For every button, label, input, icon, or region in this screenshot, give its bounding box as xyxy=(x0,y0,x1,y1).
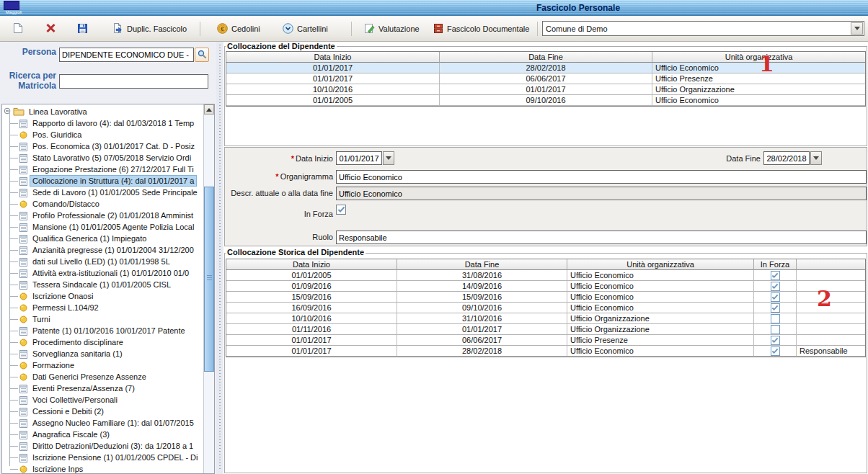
tree-item[interactable]: Permessi L.104/92 xyxy=(2,302,203,313)
in-forza-row-checkbox[interactable] xyxy=(771,292,780,302)
tree-item[interactable]: Mansione (1) 01/01/2005 Agente Polizia L… xyxy=(2,221,203,233)
in-forza-row-checkbox[interactable] xyxy=(771,336,780,345)
column-header-unita-organizzativa[interactable]: Unità organizzativa xyxy=(567,259,754,270)
storica-group-title: Collocazione Storica del Dipendente xyxy=(226,248,366,256)
tree-item[interactable]: Procedimento disciplinare xyxy=(2,336,203,348)
data-inizio-dropdown-button[interactable] xyxy=(383,151,394,165)
tree-item[interactable]: Iscrizione Pensione (1) 01/01/2005 CPDEL… xyxy=(2,452,203,463)
cell-data-fine: 09/10/2016 xyxy=(397,303,567,313)
table-row[interactable]: 01/01/2017 06/06/2017 Ufficio Presenze xyxy=(226,335,865,346)
table-row[interactable]: 01/01/2005 09/10/2016 Ufficio Economico xyxy=(226,95,865,106)
persona-search-button[interactable] xyxy=(195,48,209,62)
table-row[interactable]: 16/09/2016 09/10/2016 Ufficio Economico xyxy=(226,303,865,313)
table-row[interactable]: 10/10/2016 31/10/2016 Ufficio Organizzaz… xyxy=(226,313,865,324)
tree-item[interactable]: Iscrizione Onaosi xyxy=(2,290,203,302)
cell-data-inizio: 10/10/2016 xyxy=(226,313,397,324)
tree-item[interactable]: Comando/Distacco xyxy=(2,198,203,210)
data-fine-dropdown-button[interactable] xyxy=(810,151,822,165)
tree-item[interactable]: Eventi Presenza/Assenza (7) xyxy=(2,383,203,394)
notepad-icon xyxy=(19,211,27,220)
table-row[interactable]: 01/01/2017 28/02/2018 Ufficio Economico … xyxy=(226,346,865,357)
in-forza-row-checkbox[interactable] xyxy=(771,314,780,323)
cell-unita-organizzativa: Ufficio Economico xyxy=(567,281,754,292)
tree-item[interactable]: Stato Lavorativo (5) 07/05/2018 Servizio… xyxy=(2,152,203,164)
tree-item[interactable]: Profilo Professionale (2) 01/01/2018 Amm… xyxy=(2,210,203,221)
panel-splitter[interactable] xyxy=(216,42,223,474)
left-panel: Persona Ricerca per Matricola Lin xyxy=(0,42,216,474)
tree-item[interactable]: Formazione xyxy=(2,359,203,371)
cell-data-inizio: 01/01/2017 xyxy=(226,346,397,357)
tree-item[interactable]: Iscrizione Inps xyxy=(2,463,203,473)
tree-item[interactable]: Qualifica Generica (1) Impiegato xyxy=(2,233,203,244)
tree-item-label: Iscrizione Inps xyxy=(30,464,85,473)
tree-item[interactable]: Anagrafica Fiscale (3) xyxy=(2,429,203,440)
combobox-dropdown-button[interactable] xyxy=(851,22,863,35)
tree-scrollbar[interactable] xyxy=(203,104,214,473)
scrollbar-up-button[interactable] xyxy=(204,104,214,115)
tree-item[interactable]: Diritto Detrazioni/Deduzioni (3): da 1/2… xyxy=(2,440,203,452)
toolbar: Duplic. Fascicolo € Cedolini Cartellini … xyxy=(0,16,868,42)
persona-input[interactable] xyxy=(59,48,194,62)
fascicolo-documentale-button[interactable]: Fascicolo Documentale xyxy=(428,19,534,38)
valutazione-button[interactable]: Valutazione xyxy=(359,19,425,38)
tree-item[interactable]: dati sul Livello (LED) (1) 01/01/1998 5L xyxy=(2,256,203,267)
scrollbar-thumb[interactable] xyxy=(204,187,214,372)
cartellini-button[interactable]: Cartellini xyxy=(278,19,333,38)
in-forza-row-checkbox[interactable] xyxy=(771,271,780,280)
data-inizio-input[interactable] xyxy=(336,151,382,165)
tree-item[interactable]: Cessioni e Debiti (2) xyxy=(2,406,203,417)
delete-button[interactable] xyxy=(40,19,61,38)
table-row[interactable]: 01/09/2016 14/09/2016 Ufficio Economico xyxy=(226,281,865,292)
tree-item[interactable]: Sede di Lavoro (1) 01/01/2005 Sede Princ… xyxy=(2,187,203,198)
ente-combobox[interactable]: Comune di Demo xyxy=(542,21,864,36)
table-row[interactable]: 01/11/2016 01/01/2017 Ufficio Organizzaz… xyxy=(226,324,865,335)
tree-item[interactable]: Erogazione Prestazione (6) 27/12/2017 Fu… xyxy=(2,164,203,175)
table-row[interactable]: 01/01/2005 31/08/2016 Ufficio Economico xyxy=(226,270,865,281)
in-forza-row-checkbox[interactable] xyxy=(771,325,780,334)
check-icon xyxy=(771,337,779,344)
tree-item[interactable]: Collocazione in Struttura (4): dal 01/01… xyxy=(2,175,203,187)
tree-item[interactable]: Voci Collettive/Personali xyxy=(2,394,203,406)
cell-unita-organizzativa: Ufficio Presenze xyxy=(567,335,754,346)
in-forza-row-checkbox[interactable] xyxy=(771,303,780,313)
column-header-data-inizio[interactable]: Data Inizio xyxy=(226,52,440,63)
new-button[interactable] xyxy=(7,19,28,38)
tree-item[interactable]: Attività extra-istituzionali (1) 01/01/2… xyxy=(2,267,203,279)
data-fine-label: Data Fine xyxy=(651,154,761,163)
tree-item[interactable]: Pos. Giuridica xyxy=(2,129,203,140)
tree-item[interactable]: Dati Generici Presenze Assenze xyxy=(2,371,203,383)
cell-unita-organizzativa: Ufficio Organizzazione xyxy=(652,84,865,95)
tree-item[interactable]: Turni xyxy=(2,313,203,325)
expand-handle-icon[interactable] xyxy=(4,107,11,116)
ricerca-matricola-label: Ricerca per Matricola xyxy=(0,71,56,91)
ruolo-input[interactable] xyxy=(336,231,867,244)
tree-item[interactable]: Pos. Economica (3) 01/01/2017 Cat. D - P… xyxy=(2,140,203,152)
notepad-icon xyxy=(19,395,27,405)
tree-root-linea-lavorativa[interactable]: Linea Lavorativa xyxy=(2,106,203,117)
column-header-in-forza[interactable]: In Forza xyxy=(754,259,797,270)
table-row[interactable]: 15/09/2016 15/09/2016 Ufficio Economico xyxy=(226,292,865,303)
tree-item[interactable]: Sorveglianza sanitaria (1) xyxy=(2,348,203,359)
tree-item[interactable]: Patente (1) 01/10/2016 10/01/2017 Patent… xyxy=(2,325,203,336)
column-header-empty[interactable] xyxy=(797,259,865,270)
column-header-data-fine[interactable]: Data Fine xyxy=(397,259,567,270)
in-forza-row-checkbox[interactable] xyxy=(771,282,780,291)
column-header-data-fine[interactable]: Data Fine xyxy=(440,52,652,63)
column-header-data-inizio[interactable]: Data Inizio xyxy=(226,259,397,270)
ricerca-matricola-input[interactable] xyxy=(59,74,208,89)
organigramma-input[interactable] xyxy=(336,170,867,184)
cedolini-button[interactable]: € Cedolini xyxy=(212,19,265,38)
table-row[interactable]: 10/10/2016 01/01/2017 Ufficio Organizzaz… xyxy=(226,84,865,95)
tree-item[interactable]: Tessera Sindacale (1) 01/01/2005 CISL xyxy=(2,279,203,290)
notepad-icon xyxy=(19,430,27,439)
cell-ruolo xyxy=(797,335,865,346)
duplica-fascicolo-button[interactable]: Duplic. Fascicolo xyxy=(107,19,192,38)
save-button[interactable] xyxy=(72,19,93,38)
in-forza-row-checkbox[interactable] xyxy=(771,346,780,356)
tree-item[interactable]: Assegno Nucleo Familiare (1): dal 01/07/… xyxy=(2,417,203,429)
notepad-icon xyxy=(19,349,27,359)
in-forza-checkbox[interactable] xyxy=(336,205,346,215)
tree-item[interactable]: Rapporto di lavoro (4): dal 01/03/2018 1… xyxy=(2,117,203,129)
tree-item[interactable]: Anzianità pregresse (1) 01/01/2004 31/12… xyxy=(2,244,203,256)
data-fine-input[interactable] xyxy=(763,151,810,165)
